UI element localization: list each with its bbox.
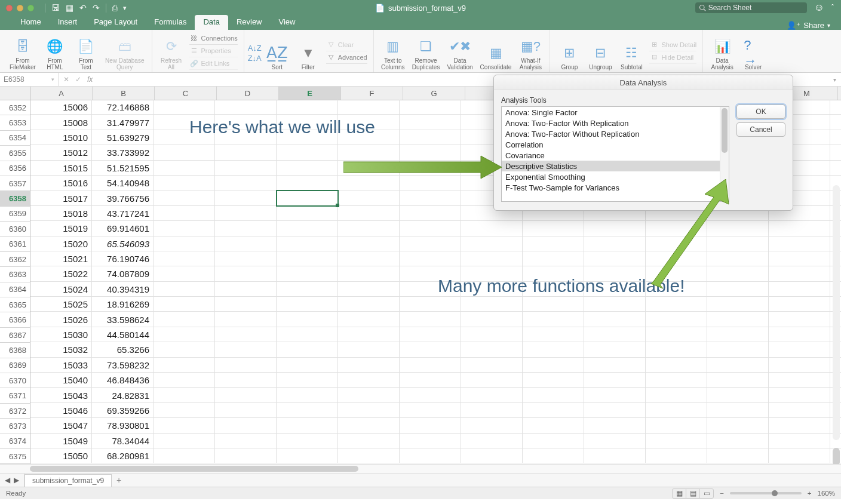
cell[interactable]: [400, 176, 461, 190]
cell[interactable]: [277, 448, 338, 463]
cell[interactable]: [338, 221, 400, 236]
tab-page-layout[interactable]: Page Layout: [85, 15, 146, 30]
print-icon[interactable]: ⎙: [112, 3, 117, 13]
cell[interactable]: [215, 282, 277, 297]
cell[interactable]: 51.639279: [92, 130, 154, 145]
cell[interactable]: [215, 100, 277, 115]
cell[interactable]: [400, 221, 461, 236]
tab-review[interactable]: Review: [228, 15, 271, 30]
from-text-button[interactable]: 📄From Text: [71, 31, 101, 72]
save-icon[interactable]: 🖫: [51, 3, 60, 13]
row-header[interactable]: 6360: [0, 222, 30, 236]
cell[interactable]: [523, 388, 584, 402]
cell[interactable]: [338, 327, 400, 342]
row-header[interactable]: 6372: [0, 404, 30, 419]
cell[interactable]: [584, 358, 646, 373]
row-header[interactable]: 6375: [0, 449, 30, 464]
row-header[interactable]: 6370: [0, 373, 30, 388]
cell[interactable]: [400, 434, 461, 448]
cell[interactable]: 15043: [30, 388, 92, 402]
cell[interactable]: 46.848436: [92, 373, 154, 388]
cell[interactable]: [400, 388, 461, 402]
analysis-tool-item[interactable]: Covariance: [502, 150, 729, 161]
cell[interactable]: [277, 434, 338, 448]
cell[interactable]: 69.914601: [92, 221, 154, 236]
search-sheet-input[interactable]: Search Sheet: [695, 2, 807, 13]
cell[interactable]: 15012: [30, 145, 92, 160]
cell[interactable]: [707, 418, 769, 433]
cell[interactable]: [338, 176, 400, 190]
cell[interactable]: [215, 145, 277, 160]
cell[interactable]: [646, 327, 707, 342]
row-header[interactable]: 6374: [0, 434, 30, 449]
cell[interactable]: [584, 297, 646, 312]
dialog-list-scrollbar[interactable]: [720, 107, 729, 201]
user-icon[interactable]: ☺: [814, 2, 824, 14]
cell[interactable]: [215, 418, 277, 433]
cell[interactable]: [707, 358, 769, 373]
cell[interactable]: [154, 176, 215, 190]
cell[interactable]: [154, 100, 215, 115]
zoom-slider-knob[interactable]: [772, 490, 778, 496]
cell[interactable]: [461, 388, 523, 402]
cell[interactable]: [277, 161, 338, 176]
advanced-filter-button[interactable]: ▽Advanced: [326, 51, 367, 64]
tab-view[interactable]: View: [271, 15, 304, 30]
cell[interactable]: [769, 358, 830, 373]
cell[interactable]: [215, 327, 277, 342]
cell[interactable]: 15015: [30, 161, 92, 176]
cell[interactable]: [707, 403, 769, 418]
cell[interactable]: [707, 297, 769, 312]
connections-button[interactable]: ⛓Connections: [189, 32, 238, 45]
cell[interactable]: [338, 236, 400, 251]
cell[interactable]: [769, 434, 830, 448]
cell[interactable]: 73.598232: [92, 358, 154, 373]
column-header-E[interactable]: E: [279, 87, 341, 100]
cell[interactable]: [769, 448, 830, 463]
row-header[interactable]: 6354: [0, 131, 30, 146]
undo-icon[interactable]: ↶: [79, 3, 87, 13]
cancel-formula-icon[interactable]: ✕: [63, 75, 69, 84]
cell[interactable]: [646, 418, 707, 433]
horizontal-scrollbar-thumb[interactable]: [30, 466, 358, 472]
cell[interactable]: [154, 236, 215, 251]
sheet-tab-active[interactable]: submission_format_v9: [24, 474, 112, 487]
cell[interactable]: [400, 251, 461, 266]
cell[interactable]: [338, 312, 400, 327]
cell[interactable]: 43.717241: [92, 206, 154, 221]
cell[interactable]: [215, 342, 277, 357]
cell[interactable]: [707, 448, 769, 463]
cell[interactable]: [769, 418, 830, 433]
cell[interactable]: [338, 266, 400, 281]
cell[interactable]: [154, 448, 215, 463]
cell[interactable]: [154, 403, 215, 418]
cell[interactable]: [400, 206, 461, 221]
analysis-tool-item[interactable]: Anova: Single Factor: [502, 107, 729, 118]
cell[interactable]: [154, 297, 215, 312]
cell[interactable]: 33.598624: [92, 312, 154, 327]
row-header[interactable]: 6364: [0, 282, 30, 297]
cell[interactable]: [400, 312, 461, 327]
cell[interactable]: 24.82831: [92, 388, 154, 402]
sort-button[interactable]: A̲Z̲Sort: [262, 31, 292, 72]
share-button[interactable]: 👤⁺ Share ▾: [787, 21, 830, 30]
cell[interactable]: [584, 403, 646, 418]
cell[interactable]: [707, 221, 769, 236]
cell[interactable]: [215, 206, 277, 221]
cell[interactable]: [154, 161, 215, 176]
analysis-tool-item[interactable]: Anova: Two-Factor Without Replication: [502, 128, 729, 139]
cell[interactable]: [646, 373, 707, 388]
row-header[interactable]: 6365: [0, 297, 30, 312]
cell[interactable]: [277, 327, 338, 342]
cell[interactable]: [707, 266, 769, 281]
cell[interactable]: [400, 403, 461, 418]
cell[interactable]: [338, 190, 400, 205]
cell[interactable]: [769, 297, 830, 312]
data-analysis-button[interactable]: 📊Data Analysis: [707, 31, 737, 72]
cell[interactable]: 15030: [30, 327, 92, 342]
cell[interactable]: [646, 403, 707, 418]
cell[interactable]: [215, 221, 277, 236]
cell[interactable]: [707, 342, 769, 357]
cell[interactable]: [215, 388, 277, 402]
row-header[interactable]: 6355: [0, 146, 30, 161]
